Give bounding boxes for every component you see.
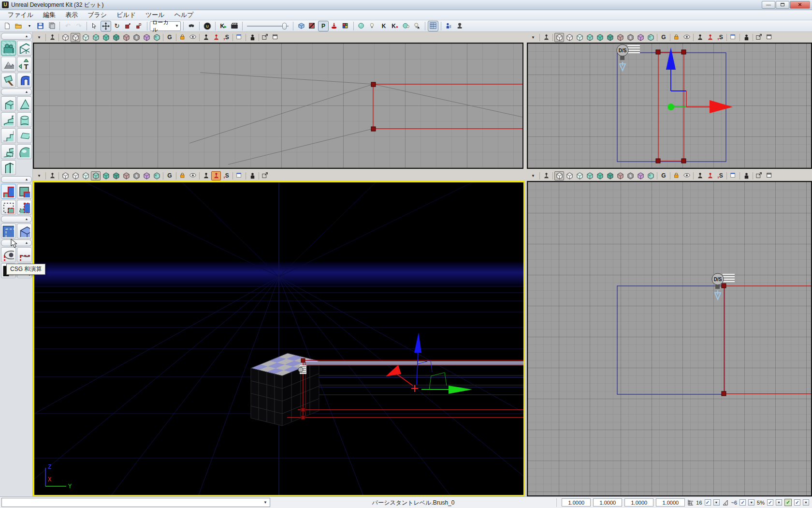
drag-grid-y-field[interactable]: 1.0000 (593, 498, 622, 507)
camera-mode[interactable] (1, 41, 16, 56)
viewmode-lighting-only[interactable] (111, 171, 121, 180)
texture-paint-mode[interactable] (1, 73, 16, 88)
redo-button[interactable]: ↷ (73, 21, 84, 31)
drag-grid-x-field[interactable]: 1.0000 (562, 498, 591, 507)
restore-button[interactable] (776, 1, 789, 9)
viewmode-lit[interactable] (585, 171, 594, 180)
viewmode-light-complexity[interactable] (615, 171, 625, 180)
open-matinee[interactable] (229, 21, 240, 31)
toggle-joystick-dark[interactable] (201, 33, 211, 42)
toggle-game-view[interactable]: G (165, 33, 174, 42)
locked-actor[interactable] (741, 33, 751, 42)
show-selected-only[interactable] (1, 247, 16, 262)
viewmode-shader-complexity[interactable]: S (131, 33, 141, 42)
add-volume[interactable] (17, 224, 32, 239)
modes-collapse[interactable]: ▲ (1, 33, 32, 40)
play-in-editor[interactable]: U (202, 21, 213, 31)
viewmode-light-complexity[interactable] (121, 33, 131, 42)
light-actor-icon[interactable]: D/S (617, 45, 640, 71)
undo-button[interactable]: ↶ (62, 21, 73, 31)
terrain-mode[interactable] (1, 57, 16, 72)
float-viewport[interactable] (261, 171, 270, 180)
float-viewport[interactable] (754, 33, 764, 42)
lock-viewport[interactable] (178, 33, 188, 42)
view-options-dropdown[interactable]: ▼ (528, 171, 538, 180)
viewmode-brush-wireframe[interactable] (565, 171, 574, 180)
brush-spiral-stairs[interactable] (1, 144, 16, 159)
toggle-joystick-dark[interactable] (695, 33, 705, 42)
menu-build[interactable]: ビルド (112, 10, 141, 20)
viewmode-detail-lighting[interactable] (101, 171, 111, 180)
viewmode-unlit[interactable] (81, 33, 90, 42)
show-actors-red[interactable] (705, 33, 715, 42)
transform-space-select[interactable]: ローカル▼ (150, 21, 181, 31)
show-actors-red[interactable] (211, 171, 221, 180)
lock-viewport[interactable] (672, 33, 682, 42)
translate-tool[interactable] (101, 21, 111, 31)
viewmode-lighting-only[interactable] (111, 33, 121, 42)
open-level[interactable] (13, 21, 24, 31)
drag-grid-z-field[interactable]: 1.0000 (624, 498, 653, 507)
grid-toggle[interactable] (428, 21, 438, 31)
viewmode-lit[interactable] (585, 33, 594, 42)
widget-z-arrow[interactable] (666, 47, 676, 70)
brush-cone[interactable] (17, 96, 32, 111)
float-viewport[interactable] (261, 33, 270, 42)
viewmode-detail-lighting[interactable] (595, 33, 605, 42)
viewmode-lit[interactable] (91, 33, 101, 42)
squint-mode[interactable]: ,S (715, 33, 725, 42)
bulb-picker-tool[interactable] (412, 21, 422, 31)
publish-button[interactable]: P (318, 21, 329, 31)
scale-lock-dropdown[interactable]: ▼ (803, 499, 809, 506)
viewport-perspective[interactable]: Z X Y (33, 181, 525, 496)
select-mode[interactable] (1, 224, 16, 239)
scale-nonuniform-tool[interactable] (134, 21, 145, 31)
slider-knob[interactable] (282, 23, 287, 30)
viewmode-lightmap-density[interactable] (152, 33, 161, 42)
scale-lock-checkbox[interactable]: ✓ (794, 499, 800, 506)
clip-distance-slider[interactable] (247, 22, 289, 30)
brush-volume[interactable] (1, 160, 16, 175)
view-options-dropdown[interactable]: ▼ (34, 171, 44, 180)
select-tool[interactable] (89, 21, 100, 31)
texture-align-mode[interactable]: T (17, 57, 32, 72)
sphere-light-tool[interactable] (401, 21, 411, 31)
scale-tool[interactable] (123, 21, 133, 31)
viewmode-texture-density[interactable] (142, 33, 151, 42)
rotation-snap-checkbox[interactable]: ✓ (740, 499, 746, 506)
toggle-joystick-dark[interactable] (201, 171, 211, 180)
light-bulb-tool[interactable] (367, 21, 378, 31)
viewmode-detail-lighting[interactable] (595, 171, 605, 180)
brush-sphere[interactable] (17, 144, 32, 159)
find-actor[interactable] (186, 21, 197, 31)
level-selector-dropdown[interactable]: ▼ (1, 498, 270, 507)
viewmode-unlit[interactable] (575, 171, 584, 180)
viewmode-shader-complexity[interactable]: S (625, 171, 635, 180)
viewmode-brush-wireframe[interactable] (71, 33, 80, 42)
widget-origin[interactable] (667, 104, 674, 110)
kismet-path-red-tool[interactable]: K● (390, 21, 400, 31)
view-options-dropdown[interactable]: ▼ (528, 33, 538, 42)
squint-mode[interactable]: ,S (715, 171, 725, 180)
locked-actor[interactable] (247, 171, 257, 180)
viewmode-unlit[interactable] (81, 171, 90, 180)
csg-deintersect[interactable] (17, 200, 32, 215)
viewmode-wireframe[interactable] (60, 33, 70, 42)
viewmode-lightmap-density[interactable] (152, 171, 161, 180)
toggle-realtime[interactable] (47, 33, 57, 42)
safe-frames[interactable] (728, 171, 738, 180)
prefab-mosaic[interactable] (340, 21, 351, 31)
scale-field[interactable]: 1.0000 (656, 498, 685, 507)
viewport-top[interactable] (33, 43, 523, 169)
locked-actor[interactable] (247, 33, 257, 42)
toggle-game-view[interactable]: G (165, 171, 174, 180)
viewmode-light-complexity[interactable] (121, 171, 131, 180)
viewmode-lightmap-density[interactable] (646, 171, 655, 180)
viewmode-lit[interactable] (91, 171, 101, 180)
autosave-dropdown[interactable]: ▼ (776, 499, 782, 506)
maximize-viewport[interactable] (765, 171, 774, 180)
viewmode-lighting-only[interactable] (605, 33, 615, 42)
safe-frames[interactable] (234, 171, 244, 180)
show-actors-red[interactable] (705, 171, 715, 180)
view-options-dropdown[interactable]: ▼ (34, 33, 44, 42)
